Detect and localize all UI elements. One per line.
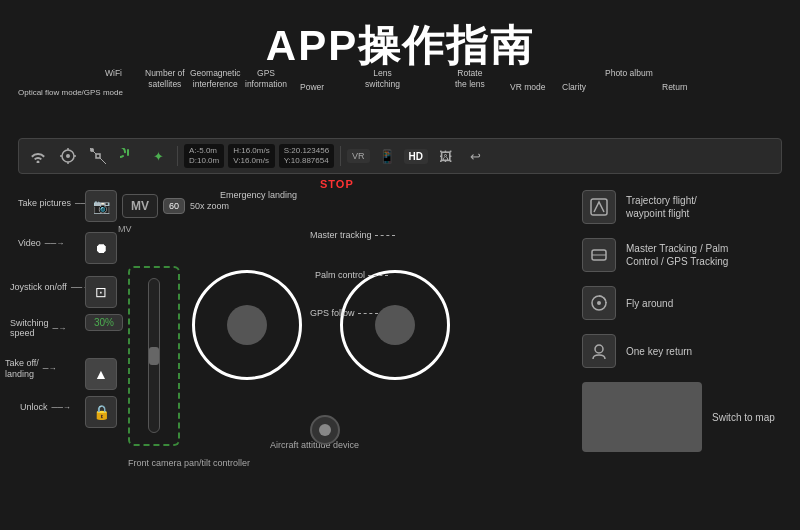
video-button[interactable]: ⏺ bbox=[85, 232, 117, 264]
gps-info-label: GPS information bbox=[245, 68, 287, 90]
gps-icon[interactable] bbox=[55, 143, 81, 169]
takeoff-button[interactable]: ▲ bbox=[85, 358, 117, 390]
photo-icon[interactable]: 🖼 bbox=[432, 143, 458, 169]
right-joystick-center bbox=[375, 305, 415, 345]
slider-track[interactable] bbox=[148, 278, 160, 433]
switching-speed-label: Switching speed bbox=[10, 318, 49, 338]
master-palm-gps-item: Master Tracking / Palm Control / GPS Tra… bbox=[582, 238, 782, 272]
svg-point-14 bbox=[597, 301, 601, 305]
zoom-button[interactable]: 60 bbox=[163, 198, 185, 214]
power-label: Power bbox=[300, 82, 324, 93]
photo-album-label: Photo album bbox=[605, 68, 653, 79]
toolbar: ✦ A:-5.0m D:10.0m H:16.0m/s V:16.0m/s S:… bbox=[18, 138, 782, 174]
return-icon[interactable]: ↩ bbox=[462, 143, 488, 169]
one-key-return-item: One key return bbox=[582, 334, 782, 368]
sep2 bbox=[340, 146, 341, 166]
hd-button[interactable]: HD bbox=[404, 149, 428, 164]
camera-controls-row: 📷 MV 60 50x zoom bbox=[85, 190, 229, 222]
takeoff-row: Take off/ landing ─→ bbox=[5, 358, 57, 380]
gps-follow-label: GPS follow bbox=[310, 308, 355, 318]
wifi-label: WiFi bbox=[105, 68, 122, 79]
unlock-row: Unlock ──→ bbox=[20, 402, 71, 412]
attitude-device-icon bbox=[310, 415, 340, 445]
phone-icon[interactable]: 📱 bbox=[374, 143, 400, 169]
clarity-label: Clarity bbox=[562, 82, 586, 93]
switch-to-map-label: Switch to map bbox=[712, 412, 775, 423]
joystick-controller-box bbox=[128, 266, 180, 446]
emergency-label: Emergency landing bbox=[220, 190, 297, 200]
gps-follow-row: GPS follow bbox=[310, 308, 378, 318]
drone-icon[interactable]: ✦ bbox=[145, 143, 171, 169]
vr-mode-label: VR mode bbox=[510, 82, 545, 93]
palm-control-label: Palm control bbox=[315, 270, 365, 280]
master-tracking-label: Master tracking bbox=[310, 230, 372, 240]
left-joystick[interactable] bbox=[192, 270, 302, 380]
top-label-section: Optical flow mode/GPS mode WiFi Number o… bbox=[0, 68, 800, 140]
page-title: APP操作指南 bbox=[0, 0, 800, 74]
unlock-label: Unlock bbox=[20, 402, 48, 412]
take-pictures-row: Take pictures ──→ bbox=[18, 198, 94, 208]
satellite-icon[interactable] bbox=[85, 143, 111, 169]
speed-info-display: H:16.0m/s V:16.0m/s bbox=[228, 144, 274, 169]
map-box[interactable] bbox=[582, 382, 702, 452]
svg-point-9 bbox=[90, 148, 94, 152]
svg-point-15 bbox=[595, 345, 603, 353]
wifi-icon[interactable] bbox=[25, 143, 51, 169]
one-key-return-label: One key return bbox=[626, 345, 692, 358]
one-key-return-icon[interactable] bbox=[582, 334, 616, 368]
master-palm-gps-label: Master Tracking / Palm Control / GPS Tra… bbox=[626, 242, 728, 268]
zoom-label: 50x zoom bbox=[190, 201, 229, 211]
switching-speed-row: Switching speed ─→ bbox=[10, 318, 66, 338]
svg-point-1 bbox=[66, 154, 70, 158]
video-row: Video ──→ bbox=[18, 238, 64, 248]
left-joystick-center bbox=[227, 305, 267, 345]
joystick-button[interactable]: ⊡ bbox=[85, 276, 117, 308]
mv-button[interactable]: MV bbox=[122, 194, 158, 218]
master-palm-gps-icon[interactable] bbox=[582, 238, 616, 272]
power-icon[interactable] bbox=[115, 143, 141, 169]
rotate-lens-label: Rotate the lens bbox=[455, 68, 485, 90]
trajectory-icon[interactable] bbox=[582, 190, 616, 224]
return-label: Return bbox=[662, 82, 688, 93]
fly-around-label: Fly around bbox=[626, 297, 673, 310]
unlock-button[interactable]: 🔒 bbox=[85, 396, 117, 428]
satellites-label: Number of satellites bbox=[145, 68, 185, 90]
joystick-label: Joystick on/off bbox=[10, 282, 67, 292]
switch-map-item: Switch to map bbox=[582, 382, 782, 452]
joystick-row: Joystick on/off ──→ bbox=[10, 282, 90, 292]
gps-info-display: A:-5.0m D:10.0m bbox=[184, 144, 224, 169]
optical-flow-label: Optical flow mode/GPS mode bbox=[18, 88, 123, 98]
coord-info-display: S:20.123456 Y:10.887654 bbox=[279, 144, 334, 169]
right-panel: Trajectory flight/ waypoint flight Maste… bbox=[582, 190, 782, 452]
fly-around-icon[interactable] bbox=[582, 286, 616, 320]
vr-button[interactable]: VR bbox=[347, 149, 370, 163]
mv-label: MV bbox=[118, 224, 132, 234]
svg-line-8 bbox=[100, 158, 106, 164]
palm-control-row: Palm control bbox=[315, 270, 388, 280]
speed-indicator: 30% bbox=[85, 314, 123, 331]
lens-switch-label: Lens switching bbox=[365, 68, 400, 90]
geo-label: Geomagnetic interference bbox=[190, 68, 241, 90]
master-tracking-row: Master tracking bbox=[310, 230, 395, 240]
right-joystick[interactable] bbox=[340, 270, 450, 380]
takeoff-label: Take off/ landing bbox=[5, 358, 39, 380]
main-area: Take pictures ──→ 📷 MV 60 50x zoom MV Vi… bbox=[0, 190, 800, 530]
front-camera-label: Front camera pan/tilt controller bbox=[128, 458, 250, 468]
sep1 bbox=[177, 146, 178, 166]
svg-rect-6 bbox=[96, 154, 100, 158]
attitude-device-center bbox=[319, 424, 331, 436]
stop-label: STOP bbox=[320, 178, 354, 190]
camera-button[interactable]: 📷 bbox=[85, 190, 117, 222]
fly-around-item: Fly around bbox=[582, 286, 782, 320]
slider-thumb bbox=[149, 347, 159, 365]
trajectory-label: Trajectory flight/ waypoint flight bbox=[626, 194, 697, 220]
video-label: Video bbox=[18, 238, 41, 248]
trajectory-item: Trajectory flight/ waypoint flight bbox=[582, 190, 782, 224]
